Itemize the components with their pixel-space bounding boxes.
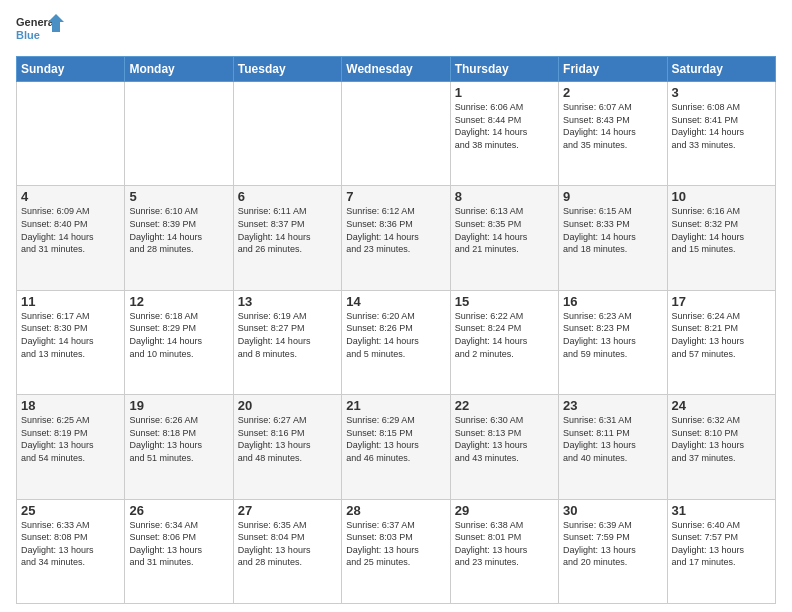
calendar-cell: 3Sunrise: 6:08 AM Sunset: 8:41 PM Daylig… bbox=[667, 82, 775, 186]
day-number: 28 bbox=[346, 503, 445, 518]
day-info: Sunrise: 6:35 AM Sunset: 8:04 PM Dayligh… bbox=[238, 519, 337, 569]
day-info: Sunrise: 6:12 AM Sunset: 8:36 PM Dayligh… bbox=[346, 205, 445, 255]
calendar-cell: 25Sunrise: 6:33 AM Sunset: 8:08 PM Dayli… bbox=[17, 499, 125, 603]
day-number: 8 bbox=[455, 189, 554, 204]
calendar-cell: 26Sunrise: 6:34 AM Sunset: 8:06 PM Dayli… bbox=[125, 499, 233, 603]
day-info: Sunrise: 6:13 AM Sunset: 8:35 PM Dayligh… bbox=[455, 205, 554, 255]
day-number: 19 bbox=[129, 398, 228, 413]
calendar-cell: 22Sunrise: 6:30 AM Sunset: 8:13 PM Dayli… bbox=[450, 395, 558, 499]
calendar-cell: 18Sunrise: 6:25 AM Sunset: 8:19 PM Dayli… bbox=[17, 395, 125, 499]
day-info: Sunrise: 6:39 AM Sunset: 7:59 PM Dayligh… bbox=[563, 519, 662, 569]
calendar-cell: 17Sunrise: 6:24 AM Sunset: 8:21 PM Dayli… bbox=[667, 290, 775, 394]
day-info: Sunrise: 6:06 AM Sunset: 8:44 PM Dayligh… bbox=[455, 101, 554, 151]
calendar-cell: 9Sunrise: 6:15 AM Sunset: 8:33 PM Daylig… bbox=[559, 186, 667, 290]
header-wednesday: Wednesday bbox=[342, 57, 450, 82]
header-thursday: Thursday bbox=[450, 57, 558, 82]
calendar-cell bbox=[125, 82, 233, 186]
day-number: 6 bbox=[238, 189, 337, 204]
calendar-cell: 11Sunrise: 6:17 AM Sunset: 8:30 PM Dayli… bbox=[17, 290, 125, 394]
day-number: 4 bbox=[21, 189, 120, 204]
day-number: 31 bbox=[672, 503, 771, 518]
day-number: 20 bbox=[238, 398, 337, 413]
day-number: 2 bbox=[563, 85, 662, 100]
page-header: General Blue bbox=[16, 12, 776, 48]
day-number: 26 bbox=[129, 503, 228, 518]
day-info: Sunrise: 6:23 AM Sunset: 8:23 PM Dayligh… bbox=[563, 310, 662, 360]
day-number: 15 bbox=[455, 294, 554, 309]
calendar-cell: 31Sunrise: 6:40 AM Sunset: 7:57 PM Dayli… bbox=[667, 499, 775, 603]
day-info: Sunrise: 6:34 AM Sunset: 8:06 PM Dayligh… bbox=[129, 519, 228, 569]
day-info: Sunrise: 6:10 AM Sunset: 8:39 PM Dayligh… bbox=[129, 205, 228, 255]
day-number: 23 bbox=[563, 398, 662, 413]
calendar-cell bbox=[17, 82, 125, 186]
day-info: Sunrise: 6:29 AM Sunset: 8:15 PM Dayligh… bbox=[346, 414, 445, 464]
day-info: Sunrise: 6:11 AM Sunset: 8:37 PM Dayligh… bbox=[238, 205, 337, 255]
day-info: Sunrise: 6:33 AM Sunset: 8:08 PM Dayligh… bbox=[21, 519, 120, 569]
calendar-header-row: SundayMondayTuesdayWednesdayThursdayFrid… bbox=[17, 57, 776, 82]
header-monday: Monday bbox=[125, 57, 233, 82]
day-number: 7 bbox=[346, 189, 445, 204]
calendar-cell: 15Sunrise: 6:22 AM Sunset: 8:24 PM Dayli… bbox=[450, 290, 558, 394]
calendar-cell: 2Sunrise: 6:07 AM Sunset: 8:43 PM Daylig… bbox=[559, 82, 667, 186]
week-row-2: 4Sunrise: 6:09 AM Sunset: 8:40 PM Daylig… bbox=[17, 186, 776, 290]
day-number: 1 bbox=[455, 85, 554, 100]
day-info: Sunrise: 6:40 AM Sunset: 7:57 PM Dayligh… bbox=[672, 519, 771, 569]
day-number: 9 bbox=[563, 189, 662, 204]
day-number: 30 bbox=[563, 503, 662, 518]
day-info: Sunrise: 6:37 AM Sunset: 8:03 PM Dayligh… bbox=[346, 519, 445, 569]
day-number: 18 bbox=[21, 398, 120, 413]
day-info: Sunrise: 6:08 AM Sunset: 8:41 PM Dayligh… bbox=[672, 101, 771, 151]
day-number: 10 bbox=[672, 189, 771, 204]
day-info: Sunrise: 6:32 AM Sunset: 8:10 PM Dayligh… bbox=[672, 414, 771, 464]
day-number: 25 bbox=[21, 503, 120, 518]
week-row-4: 18Sunrise: 6:25 AM Sunset: 8:19 PM Dayli… bbox=[17, 395, 776, 499]
calendar-cell: 19Sunrise: 6:26 AM Sunset: 8:18 PM Dayli… bbox=[125, 395, 233, 499]
calendar-cell: 30Sunrise: 6:39 AM Sunset: 7:59 PM Dayli… bbox=[559, 499, 667, 603]
header-tuesday: Tuesday bbox=[233, 57, 341, 82]
day-number: 22 bbox=[455, 398, 554, 413]
day-info: Sunrise: 6:27 AM Sunset: 8:16 PM Dayligh… bbox=[238, 414, 337, 464]
calendar-cell: 10Sunrise: 6:16 AM Sunset: 8:32 PM Dayli… bbox=[667, 186, 775, 290]
logo: General Blue bbox=[16, 12, 64, 48]
calendar-cell: 8Sunrise: 6:13 AM Sunset: 8:35 PM Daylig… bbox=[450, 186, 558, 290]
calendar-cell: 21Sunrise: 6:29 AM Sunset: 8:15 PM Dayli… bbox=[342, 395, 450, 499]
day-info: Sunrise: 6:31 AM Sunset: 8:11 PM Dayligh… bbox=[563, 414, 662, 464]
calendar-cell: 23Sunrise: 6:31 AM Sunset: 8:11 PM Dayli… bbox=[559, 395, 667, 499]
calendar-cell: 6Sunrise: 6:11 AM Sunset: 8:37 PM Daylig… bbox=[233, 186, 341, 290]
day-info: Sunrise: 6:07 AM Sunset: 8:43 PM Dayligh… bbox=[563, 101, 662, 151]
header-saturday: Saturday bbox=[667, 57, 775, 82]
day-info: Sunrise: 6:26 AM Sunset: 8:18 PM Dayligh… bbox=[129, 414, 228, 464]
calendar-cell: 24Sunrise: 6:32 AM Sunset: 8:10 PM Dayli… bbox=[667, 395, 775, 499]
day-number: 21 bbox=[346, 398, 445, 413]
calendar-table: SundayMondayTuesdayWednesdayThursdayFrid… bbox=[16, 56, 776, 604]
calendar-cell: 4Sunrise: 6:09 AM Sunset: 8:40 PM Daylig… bbox=[17, 186, 125, 290]
day-info: Sunrise: 6:17 AM Sunset: 8:30 PM Dayligh… bbox=[21, 310, 120, 360]
calendar-cell: 5Sunrise: 6:10 AM Sunset: 8:39 PM Daylig… bbox=[125, 186, 233, 290]
day-number: 5 bbox=[129, 189, 228, 204]
calendar-cell bbox=[233, 82, 341, 186]
svg-text:Blue: Blue bbox=[16, 29, 40, 41]
calendar-cell: 28Sunrise: 6:37 AM Sunset: 8:03 PM Dayli… bbox=[342, 499, 450, 603]
day-info: Sunrise: 6:19 AM Sunset: 8:27 PM Dayligh… bbox=[238, 310, 337, 360]
logo-svg: General Blue bbox=[16, 12, 64, 48]
day-number: 29 bbox=[455, 503, 554, 518]
calendar-cell: 16Sunrise: 6:23 AM Sunset: 8:23 PM Dayli… bbox=[559, 290, 667, 394]
calendar-cell: 20Sunrise: 6:27 AM Sunset: 8:16 PM Dayli… bbox=[233, 395, 341, 499]
day-number: 17 bbox=[672, 294, 771, 309]
day-info: Sunrise: 6:09 AM Sunset: 8:40 PM Dayligh… bbox=[21, 205, 120, 255]
day-info: Sunrise: 6:24 AM Sunset: 8:21 PM Dayligh… bbox=[672, 310, 771, 360]
day-number: 27 bbox=[238, 503, 337, 518]
header-friday: Friday bbox=[559, 57, 667, 82]
day-info: Sunrise: 6:38 AM Sunset: 8:01 PM Dayligh… bbox=[455, 519, 554, 569]
header-sunday: Sunday bbox=[17, 57, 125, 82]
day-info: Sunrise: 6:16 AM Sunset: 8:32 PM Dayligh… bbox=[672, 205, 771, 255]
day-number: 12 bbox=[129, 294, 228, 309]
day-info: Sunrise: 6:15 AM Sunset: 8:33 PM Dayligh… bbox=[563, 205, 662, 255]
day-info: Sunrise: 6:22 AM Sunset: 8:24 PM Dayligh… bbox=[455, 310, 554, 360]
calendar-cell: 14Sunrise: 6:20 AM Sunset: 8:26 PM Dayli… bbox=[342, 290, 450, 394]
day-number: 16 bbox=[563, 294, 662, 309]
day-info: Sunrise: 6:20 AM Sunset: 8:26 PM Dayligh… bbox=[346, 310, 445, 360]
day-number: 24 bbox=[672, 398, 771, 413]
day-number: 14 bbox=[346, 294, 445, 309]
calendar-cell: 7Sunrise: 6:12 AM Sunset: 8:36 PM Daylig… bbox=[342, 186, 450, 290]
